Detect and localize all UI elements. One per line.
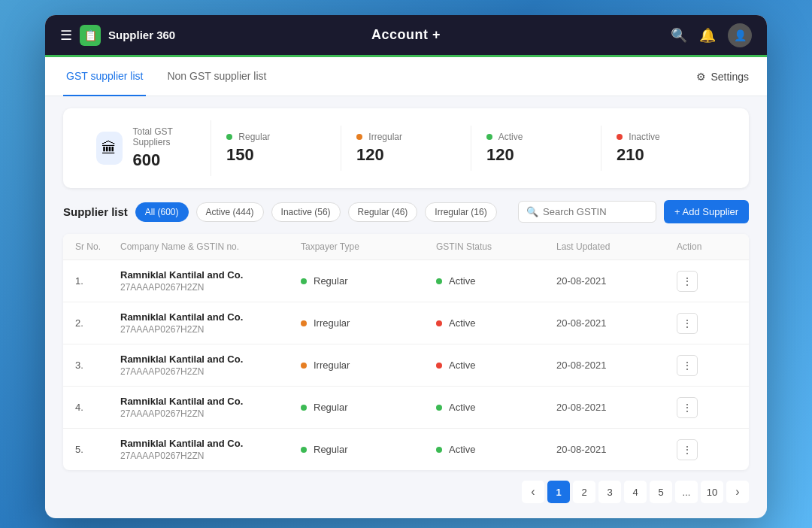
header-left: ☰ 📋 Supplier 360 <box>60 25 175 46</box>
row-company: Ramniklal Kantilal and Co. 27AAAAP0267H2… <box>120 396 301 419</box>
row-taxpayer-type: Regular <box>301 444 436 455</box>
row-last-updated: 20-08-2021 <box>556 360 677 371</box>
search-icon[interactable]: 🔍 <box>671 27 687 44</box>
row-sr: 4. <box>75 402 120 413</box>
row-taxpayer-type: Irregular <box>301 360 436 371</box>
row-gstin-status: Active <box>436 275 556 287</box>
page-ellipsis: ... <box>675 481 698 503</box>
inactive-dot <box>617 134 623 140</box>
status-dot <box>436 278 442 284</box>
filter-inactive[interactable]: Inactive (56) <box>271 202 341 222</box>
active-stat: Active 120 <box>471 126 601 171</box>
table-row: 2. Ramniklal Kantilal and Co. 27AAAAP026… <box>63 302 749 344</box>
row-sr: 1. <box>75 275 120 287</box>
col-last-updated: Last Updated <box>556 241 677 252</box>
col-taxpayer: Taxpayer Type <box>301 241 436 252</box>
table-row: 1. Ramniklal Kantilal and Co. 27AAAAP026… <box>63 260 749 302</box>
row-action: ⋮ <box>677 271 737 292</box>
taxpayer-dot <box>301 405 307 411</box>
status-dot <box>436 447 442 453</box>
col-action: Action <box>677 241 737 252</box>
settings-button[interactable]: ⚙ Settings <box>696 71 749 83</box>
add-supplier-button[interactable]: + Add Supplier <box>664 200 749 223</box>
row-action: ⋮ <box>677 397 737 418</box>
pagination-prev[interactable]: ‹ <box>522 481 544 503</box>
action-menu-button[interactable]: ⋮ <box>677 397 698 418</box>
app-window: ☰ 📋 Supplier 360 Account + 🔍 🔔 👤 GST sup… <box>45 15 767 518</box>
page-5-button[interactable]: 5 <box>650 481 672 503</box>
tabs-bar: GST supplier list Non GST supplier list … <box>45 57 767 96</box>
filter-active[interactable]: Active (444) <box>196 202 264 222</box>
menu-icon[interactable]: ☰ <box>60 27 72 44</box>
col-gstin-status: GSTIN Status <box>436 241 556 252</box>
col-sr: Sr No. <box>75 241 120 252</box>
row-gstin-status: Active <box>436 402 556 413</box>
list-actions: 🔍 + Add Supplier <box>518 200 749 223</box>
settings-gear-icon: ⚙ <box>696 71 706 83</box>
taxpayer-dot <box>301 320 307 326</box>
row-taxpayer-type: Irregular <box>301 317 436 329</box>
table-body: 1. Ramniklal Kantilal and Co. 27AAAAP026… <box>63 260 749 470</box>
row-action: ⋮ <box>677 313 737 334</box>
status-dot <box>436 320 442 326</box>
row-gstin-status: Active <box>436 360 556 371</box>
table-header-row: Sr No. Company Name & GSTIN no. Taxpayer… <box>63 234 749 260</box>
taxpayer-dot <box>301 447 307 453</box>
status-dot <box>436 363 442 369</box>
table-row: 4. Ramniklal Kantilal and Co. 27AAAAP026… <box>63 387 749 429</box>
tab-gst-supplier-list[interactable]: GST supplier list <box>63 57 146 96</box>
row-last-updated: 20-08-2021 <box>556 317 677 329</box>
inactive-value: 210 <box>617 145 716 165</box>
page-3-button[interactable]: 3 <box>598 481 621 503</box>
pagination-next[interactable]: › <box>726 481 749 503</box>
filter-regular[interactable]: Regular (46) <box>348 202 418 222</box>
total-suppliers-stat: 🏛 Total GST Suppliers 600 <box>81 120 211 176</box>
page-10-button[interactable]: 10 <box>701 481 723 503</box>
filter-irregular[interactable]: Irregular (16) <box>425 202 496 222</box>
status-dot <box>436 405 442 411</box>
taxpayer-dot <box>301 363 307 369</box>
action-menu-button[interactable]: ⋮ <box>677 439 698 460</box>
regular-value: 150 <box>226 145 326 165</box>
supplier-table: Sr No. Company Name & GSTIN no. Taxpayer… <box>63 234 749 470</box>
row-sr: 5. <box>75 444 120 455</box>
irregular-label: Irregular <box>356 132 456 142</box>
action-menu-button[interactable]: ⋮ <box>677 313 698 334</box>
regular-label: Regular <box>226 132 326 142</box>
row-last-updated: 20-08-2021 <box>556 402 677 413</box>
page-4-button[interactable]: 4 <box>624 481 647 503</box>
row-taxpayer-type: Regular <box>301 402 436 413</box>
search-box: 🔍 <box>518 201 656 223</box>
active-value: 120 <box>486 145 586 165</box>
row-action: ⋮ <box>677 439 737 460</box>
avatar[interactable]: 👤 <box>728 23 752 47</box>
action-menu-button[interactable]: ⋮ <box>677 355 698 376</box>
regular-dot <box>226 134 232 140</box>
inactive-stat: Inactive 210 <box>601 126 731 171</box>
row-company: Ramniklal Kantilal and Co. 27AAAAP0267H2… <box>120 269 301 293</box>
logo-icon: 📋 <box>80 25 101 46</box>
app-title: Supplier 360 <box>108 29 175 41</box>
filter-all[interactable]: All (600) <box>135 202 189 222</box>
row-company: Ramniklal Kantilal and Co. 27AAAAP0267H2… <box>120 354 301 377</box>
active-label: Active <box>486 132 586 142</box>
page-1-button[interactable]: 1 <box>547 481 570 503</box>
taxpayer-dot <box>301 278 307 284</box>
tab-non-gst-supplier-list[interactable]: Non GST supplier list <box>164 57 269 96</box>
list-header: Supplier list All (600) Active (444) Ina… <box>63 200 749 223</box>
active-dot <box>486 134 492 140</box>
pagination: ‹ 1 2 3 4 5 ... 10 › <box>63 470 749 506</box>
header-center-title: Account + <box>371 27 441 43</box>
total-label: Total GST Suppliers <box>133 126 196 147</box>
row-gstin-status: Active <box>436 444 556 455</box>
supplier-section: Supplier list All (600) Active (444) Ina… <box>45 200 767 518</box>
inactive-label: Inactive <box>617 132 716 142</box>
action-menu-button[interactable]: ⋮ <box>677 271 698 292</box>
search-input[interactable] <box>543 206 648 217</box>
row-sr: 3. <box>75 360 120 371</box>
search-icon-inline: 🔍 <box>526 206 538 217</box>
header-right: 🔍 🔔 👤 <box>671 23 752 47</box>
bell-icon[interactable]: 🔔 <box>699 27 716 44</box>
col-company: Company Name & GSTIN no. <box>120 241 301 252</box>
page-2-button[interactable]: 2 <box>573 481 595 503</box>
